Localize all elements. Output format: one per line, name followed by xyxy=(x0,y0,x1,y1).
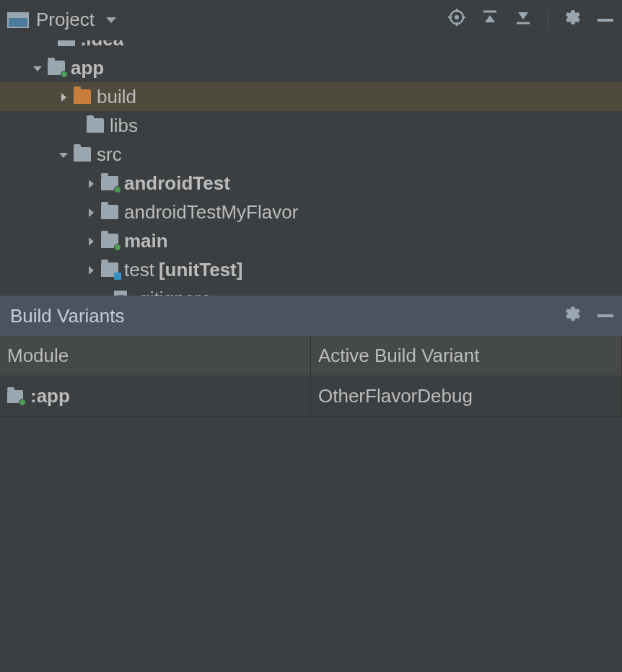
hide-icon[interactable] xyxy=(597,314,613,317)
svg-point-1 xyxy=(455,15,459,19)
project-title-group[interactable]: Project xyxy=(7,9,448,31)
tree-label: .idea xyxy=(81,40,123,50)
table-header-module: Module xyxy=(0,336,311,376)
build-variants-table: Module Active Build Variant :app OtherFl… xyxy=(0,336,622,417)
folder-icon xyxy=(87,118,104,133)
module-name: :app xyxy=(30,385,70,407)
tree-label-suffix: [unitTest] xyxy=(159,259,243,281)
expand-all-icon[interactable] xyxy=(481,9,499,31)
chevron-right-icon[interactable] xyxy=(58,86,72,108)
variant-name: OtherFlavorDebug xyxy=(318,385,473,407)
project-titlebar: Project xyxy=(0,0,622,40)
chevron-down-icon[interactable] xyxy=(58,143,72,166)
chevron-right-icon[interactable] xyxy=(85,172,100,195)
empty-area xyxy=(0,417,622,672)
tree-row-androidtest[interactable]: androidTest xyxy=(0,169,622,198)
target-icon[interactable] xyxy=(448,9,465,31)
svg-marker-9 xyxy=(518,12,528,19)
tree-row-libs[interactable]: libs xyxy=(0,111,622,140)
tree-label: androidTestMyFlavor xyxy=(124,201,298,224)
folder-icon xyxy=(58,40,75,46)
dropdown-icon[interactable] xyxy=(106,17,116,23)
tree-label: app xyxy=(71,57,104,79)
collapse-all-icon[interactable] xyxy=(514,9,532,31)
project-view-icon xyxy=(7,12,29,28)
build-variants-header: Build Variants xyxy=(0,296,622,336)
table-cell-module[interactable]: :app xyxy=(0,376,311,417)
tree-label: test xyxy=(124,259,154,281)
tree-label: androidTest xyxy=(124,172,230,195)
tree-row-build[interactable]: build xyxy=(0,82,622,111)
test-folder-icon xyxy=(101,262,118,277)
file-icon xyxy=(114,291,127,296)
tree-label: main xyxy=(124,230,168,252)
project-tree[interactable]: .idea app build libs xyxy=(0,40,622,296)
build-folder-icon xyxy=(74,89,91,104)
svg-marker-16 xyxy=(89,266,94,275)
svg-marker-14 xyxy=(89,208,94,217)
module-folder-icon xyxy=(48,61,65,75)
module-folder-icon xyxy=(7,390,23,403)
separator xyxy=(548,9,548,31)
gear-icon[interactable] xyxy=(564,305,582,327)
tree-row-idea[interactable]: .idea xyxy=(0,40,622,53)
tree-row-main[interactable]: main xyxy=(0,226,622,255)
svg-marker-13 xyxy=(89,180,94,188)
tree-row-src[interactable]: src xyxy=(0,140,622,169)
source-folder-icon xyxy=(101,176,118,190)
chevron-right-icon[interactable] xyxy=(85,230,100,252)
svg-marker-10 xyxy=(33,66,42,71)
svg-marker-15 xyxy=(89,237,94,246)
hide-icon[interactable] xyxy=(597,19,613,22)
tree-label: src xyxy=(97,143,122,166)
table-header-variant: Active Build Variant xyxy=(311,336,622,376)
tree-label: build xyxy=(97,86,136,108)
tree-row-gitignore[interactable]: .gitignore xyxy=(0,284,622,296)
tree-label: .gitignore xyxy=(134,288,211,296)
folder-icon xyxy=(74,147,91,162)
gear-icon[interactable] xyxy=(564,9,582,31)
svg-marker-11 xyxy=(61,93,66,102)
tree-row-app[interactable]: app xyxy=(0,53,622,82)
title-actions xyxy=(448,9,613,31)
tree-row-androidtestmyflavor[interactable]: androidTestMyFlavor xyxy=(0,198,622,226)
source-folder-icon xyxy=(101,234,118,248)
svg-marker-7 xyxy=(485,15,495,22)
folder-icon xyxy=(101,205,118,219)
build-variants-title: Build Variants xyxy=(10,305,125,327)
svg-marker-12 xyxy=(59,153,68,158)
tree-label: libs xyxy=(110,115,138,137)
chevron-down-icon[interactable] xyxy=(32,57,46,79)
table-cell-variant[interactable]: OtherFlavorDebug xyxy=(311,376,622,417)
chevron-right-icon[interactable] xyxy=(85,201,100,224)
project-title: Project xyxy=(36,9,95,31)
chevron-right-icon[interactable] xyxy=(85,259,100,281)
tree-row-test[interactable]: test [unitTest] xyxy=(0,255,622,284)
